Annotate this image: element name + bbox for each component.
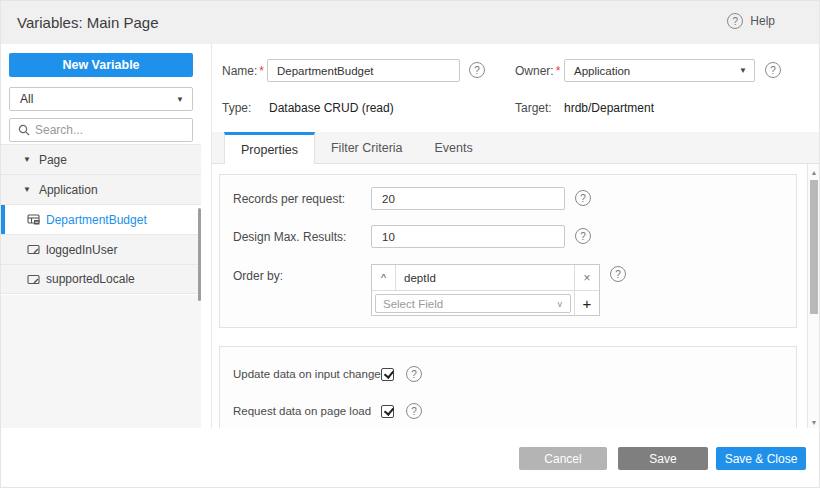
select-field-placeholder: Select Field (383, 298, 556, 310)
design-max-results-label: Design Max. Results: (233, 230, 346, 244)
tree-item-label: Page (39, 153, 67, 167)
chevron-down-icon: ▼ (176, 95, 184, 104)
update-on-change-label: Update data on input change (233, 368, 381, 380)
database-crud-variable-icon (27, 213, 40, 226)
remove-order-field-button[interactable]: × (574, 265, 599, 291)
required-asterisk: * (556, 64, 561, 78)
content-scrollbar-thumb[interactable] (810, 180, 818, 314)
records-per-request-input[interactable] (371, 187, 565, 210)
search-icon (18, 124, 30, 136)
variable-filter-select[interactable]: All ▼ (9, 87, 193, 111)
chevron-down-icon: ▼ (739, 66, 747, 75)
request-on-load-checkbox[interactable] (381, 405, 394, 418)
sort-ascending-button[interactable]: ^ (372, 265, 396, 291)
owner-help-icon[interactable]: ? (765, 62, 781, 78)
request-on-load-label: Request data on page load (233, 405, 381, 417)
live-variable-icon (27, 273, 40, 286)
update-on-change-help-icon[interactable]: ? (406, 366, 422, 382)
required-asterisk: * (259, 64, 264, 78)
request-on-load-row: Request data on page load ? (233, 403, 422, 419)
live-variable-icon (27, 243, 40, 256)
design-max-results-row: Design Max. Results: ? (220, 225, 796, 248)
type-value: Database CRUD (read) (269, 101, 394, 115)
tab-properties[interactable]: Properties (224, 132, 315, 164)
caret-down-icon[interactable]: ▼ (23, 185, 31, 194)
records-per-request-label: Records per request: (233, 192, 345, 206)
target-label: Target: (515, 101, 552, 115)
records-help-icon[interactable]: ? (575, 190, 591, 206)
order-by-row: Order by: ^ deptId × Select Field ∨ + ? (220, 264, 796, 316)
tree-item-label: supportedLocale (46, 272, 135, 286)
chevron-down-icon: ∨ (556, 299, 563, 309)
content-scrollbar[interactable]: ▲ ▼ (807, 164, 820, 430)
dialog-footer: Cancel Save Save & Close (1, 428, 820, 487)
help-link[interactable]: ? Help (727, 13, 775, 29)
page-title: Variables: Main Page (17, 14, 158, 31)
add-order-field-button[interactable]: + (574, 291, 599, 316)
sidebar-item-loggedinuser[interactable]: loggedInUser (1, 234, 201, 264)
sidebar-item-supportedlocale[interactable]: supportedLocale (1, 264, 201, 294)
close-icon: × (583, 271, 590, 285)
max-results-help-icon[interactable]: ? (575, 228, 591, 244)
type-label: Type: (222, 101, 251, 115)
search-input[interactable] (35, 123, 192, 137)
cancel-button[interactable]: Cancel (519, 447, 607, 470)
variable-search (9, 118, 193, 142)
tree-item-label: loggedInUser (46, 243, 117, 257)
name-label-text: Name: (222, 64, 257, 78)
filter-selected-value: All (20, 92, 176, 106)
sidebar-item-departmentbudget[interactable]: DepartmentBudget (1, 204, 201, 234)
owner-select[interactable]: Application ▼ (564, 59, 755, 82)
variables-sidebar: New Variable All ▼ ▼ Page ▼ Application (1, 44, 201, 430)
owner-label-text: Owner: (515, 64, 554, 78)
request-on-load-help-icon[interactable]: ? (406, 403, 422, 419)
tab-events[interactable]: Events (419, 132, 489, 163)
update-on-change-checkbox[interactable] (381, 368, 394, 381)
sidebar-scrollbar-thumb[interactable] (198, 208, 201, 301)
update-on-change-row: Update data on input change ? (233, 366, 422, 382)
scroll-down-icon[interactable]: ▼ (808, 416, 820, 428)
order-by-field-value[interactable]: deptId (396, 265, 574, 291)
variable-detail-panel: Name:* ? Owner:* Application ▼ ? Type: D… (211, 44, 820, 430)
tab-filter-criteria[interactable]: Filter Criteria (315, 132, 419, 163)
design-max-results-input[interactable] (371, 225, 565, 248)
save-button[interactable]: Save (618, 447, 708, 470)
owner-selected-value: Application (574, 65, 739, 77)
tree-item-label: Application (39, 183, 98, 197)
new-variable-button[interactable]: New Variable (9, 53, 193, 77)
name-input[interactable] (267, 59, 460, 82)
help-icon[interactable]: ? (727, 13, 743, 29)
properties-group: Records per request: ? Design Max. Resul… (219, 174, 797, 328)
detail-tabbar: Properties Filter Criteria Events (212, 132, 820, 164)
order-by-widget: ^ deptId × Select Field ∨ + (371, 264, 600, 316)
caret-down-icon[interactable]: ▼ (23, 155, 31, 164)
sort-asc-icon: ^ (381, 272, 386, 284)
sidebar-item-application[interactable]: ▼ Application (1, 174, 201, 204)
sidebar-empty-area (1, 295, 201, 430)
order-by-help-icon[interactable]: ? (610, 266, 626, 282)
variables-dialog: Variables: Main Page ? Help New Variable… (0, 0, 820, 488)
owner-label: Owner:* (515, 64, 560, 78)
records-per-request-row: Records per request: ? (220, 187, 796, 210)
select-field-dropdown[interactable]: Select Field ∨ (375, 294, 571, 313)
dialog-header: Variables: Main Page ? Help (1, 1, 820, 44)
scroll-up-icon[interactable]: ▲ (808, 166, 820, 178)
save-and-close-button[interactable]: Save & Close (716, 447, 806, 470)
help-label: Help (750, 14, 775, 28)
plus-icon: + (583, 295, 592, 312)
variables-tree: ▼ Page ▼ Application DepartmentBudg (1, 144, 201, 294)
tree-item-label: DepartmentBudget (46, 213, 147, 227)
behavior-group: Update data on input change ? Request da… (219, 346, 797, 430)
order-field-select-cell: Select Field ∨ (372, 291, 574, 316)
order-by-label: Order by: (233, 269, 283, 283)
name-label: Name:* (222, 64, 264, 78)
sidebar-item-page[interactable]: ▼ Page (1, 144, 201, 174)
name-help-icon[interactable]: ? (469, 62, 485, 78)
target-value: hrdb/Department (564, 101, 654, 115)
